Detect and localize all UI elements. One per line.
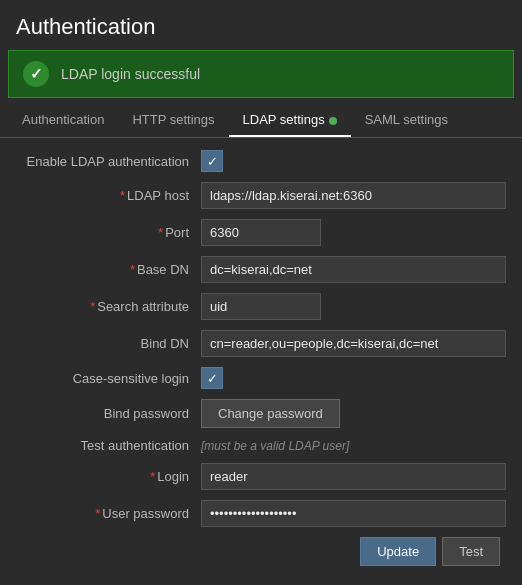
user-password-label: *User password [16,506,201,521]
row-test-auth: Test authentication [must be a valid LDA… [16,438,506,453]
success-banner: LDAP login successful [8,50,514,98]
enable-ldap-checkbox[interactable] [201,150,223,172]
tab-authentication[interactable]: Authentication [8,104,118,137]
tab-ldap-label: LDAP settings [243,112,325,127]
base-dn-input[interactable] [201,256,506,283]
tab-saml-settings[interactable]: SAML settings [351,104,462,137]
row-bind-dn: Bind DN [16,330,506,357]
row-ldap-host: *LDAP host [16,182,506,209]
row-login: *Login [16,463,506,490]
row-case-sensitive: Case-sensitive login [16,367,506,389]
ldap-active-indicator [329,117,337,125]
required-star-port: * [158,225,163,240]
row-base-dn: *Base DN [16,256,506,283]
search-attr-input[interactable] [201,293,321,320]
bind-password-label: Bind password [16,406,201,421]
search-attr-label: *Search attribute [16,299,201,314]
test-button[interactable]: Test [442,537,500,566]
row-bind-password: Bind password Change password [16,399,506,428]
port-input[interactable] [201,219,321,246]
row-user-password: *User password [16,500,506,527]
ldap-host-input[interactable] [201,182,506,209]
user-password-input[interactable] [201,500,506,527]
bind-dn-input[interactable] [201,330,506,357]
tabs: Authentication HTTP settings LDAP settin… [0,104,522,138]
required-star: * [120,188,125,203]
form-container: Enable LDAP authentication *LDAP host *P… [0,138,522,585]
required-star-pass: * [95,506,100,521]
base-dn-label: *Base DN [16,262,201,277]
login-label: *Login [16,469,201,484]
test-auth-hint: [must be a valid LDAP user] [201,439,349,453]
tab-http-settings[interactable]: HTTP settings [118,104,228,137]
update-button[interactable]: Update [360,537,436,566]
page-title: Authentication [0,0,522,50]
row-enable-ldap: Enable LDAP authentication [16,150,506,172]
required-star-search: * [90,299,95,314]
case-sensitive-checkbox[interactable] [201,367,223,389]
enable-ldap-label: Enable LDAP authentication [16,154,201,169]
tab-ldap-settings[interactable]: LDAP settings [229,104,351,137]
ldap-host-label: *LDAP host [16,188,201,203]
bind-dn-label: Bind DN [16,336,201,351]
success-message: LDAP login successful [61,66,200,82]
required-star-basedn: * [130,262,135,277]
login-input[interactable] [201,463,506,490]
required-star-login: * [150,469,155,484]
row-port: *Port [16,219,506,246]
row-search-attr: *Search attribute [16,293,506,320]
case-sensitive-label: Case-sensitive login [16,371,201,386]
port-label: *Port [16,225,201,240]
row-actions: Update Test [16,537,506,566]
test-auth-label: Test authentication [16,438,201,453]
change-password-button[interactable]: Change password [201,399,340,428]
success-icon [23,61,49,87]
